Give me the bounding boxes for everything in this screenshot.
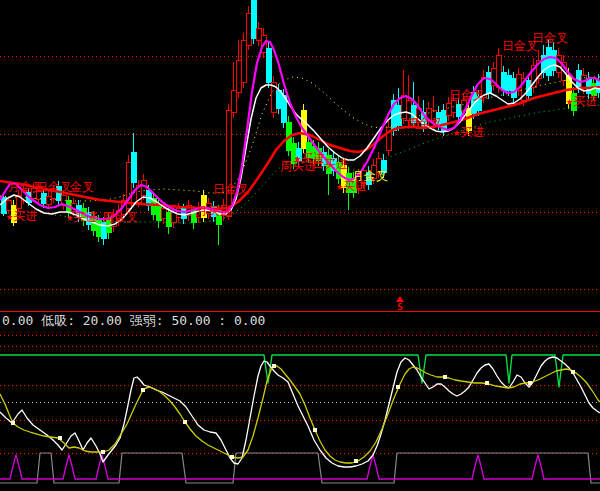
sell-letter: S bbox=[397, 302, 402, 312]
candle-body bbox=[496, 55, 501, 87]
osc-yellow-marker bbox=[443, 375, 447, 379]
candle-body bbox=[166, 212, 171, 226]
osc-yellow-marker bbox=[396, 385, 400, 389]
candle-body bbox=[266, 48, 271, 82]
osc-yellow-marker bbox=[528, 381, 532, 385]
signal-label: 周金叉 bbox=[407, 116, 443, 130]
osc-yellow-marker bbox=[313, 428, 317, 432]
osc-yellow-marker bbox=[183, 420, 187, 424]
signal-label: 日金叉 bbox=[213, 182, 249, 196]
candle-body bbox=[396, 105, 401, 125]
candle-body bbox=[446, 103, 451, 115]
signal-label: ★买进 bbox=[453, 125, 484, 139]
candle-body bbox=[546, 47, 551, 75]
signal-label: 日金叉 bbox=[532, 31, 568, 45]
candle-body bbox=[256, 28, 261, 40]
chart-canvas[interactable]: 月金叉日金叉金叉★买进★买进周金叉月买进日金叉周买进★买进日买进月金叉★买进周金… bbox=[0, 0, 600, 491]
candle-body bbox=[501, 72, 506, 90]
chart-background bbox=[0, 0, 600, 491]
signal-label: ★买进 bbox=[6, 209, 37, 223]
candle-body bbox=[41, 193, 46, 203]
signal-label: 日金叉 bbox=[449, 88, 485, 102]
osc-yellow-marker bbox=[230, 455, 234, 459]
osc-yellow-marker bbox=[485, 381, 489, 385]
osc-yellow-marker bbox=[141, 388, 145, 392]
candle-body bbox=[156, 205, 161, 220]
candle-body bbox=[276, 90, 281, 108]
candle-body bbox=[131, 152, 136, 182]
candle-body bbox=[236, 60, 241, 92]
candle-body bbox=[511, 78, 516, 97]
signal-label: ★买进 bbox=[336, 179, 367, 193]
signal-label: 月买进 bbox=[196, 204, 232, 218]
osc-yellow-marker bbox=[272, 364, 276, 368]
candle-body bbox=[241, 40, 246, 82]
signal-label: 日买进 bbox=[312, 157, 348, 171]
candle-body bbox=[551, 50, 556, 70]
signal-label: 日金叉 bbox=[36, 180, 72, 194]
osc-yellow-marker bbox=[101, 450, 105, 454]
stock-app-window: 月金叉日金叉金叉★买进★买进周金叉月买进日金叉周买进★买进日买进月金叉★买进周金… bbox=[0, 0, 600, 491]
candle-body bbox=[576, 70, 581, 87]
osc-yellow-marker bbox=[11, 421, 15, 425]
candle-body bbox=[251, 0, 256, 38]
osc-yellow-marker bbox=[58, 436, 62, 440]
candle-body bbox=[246, 13, 251, 45]
candle-body bbox=[46, 196, 51, 204]
candle-body bbox=[486, 72, 491, 93]
candle-body bbox=[231, 90, 236, 112]
candle-body bbox=[506, 75, 511, 90]
candle-body bbox=[456, 104, 461, 116]
signal-label: 周金叉 bbox=[102, 210, 138, 224]
signal-label: ★买进 bbox=[566, 94, 597, 108]
indicator-params-text: 0.00 低吸: 20.00 强弱: 50.00 : 0.00 bbox=[2, 313, 265, 328]
osc-yellow-marker bbox=[354, 459, 358, 463]
signal-label: ★买进 bbox=[66, 210, 97, 224]
candle-body bbox=[161, 208, 166, 218]
signal-label: 金叉 bbox=[69, 180, 94, 194]
osc-yellow-marker bbox=[571, 370, 575, 374]
candle-body bbox=[226, 110, 231, 216]
candle-body bbox=[101, 222, 106, 238]
